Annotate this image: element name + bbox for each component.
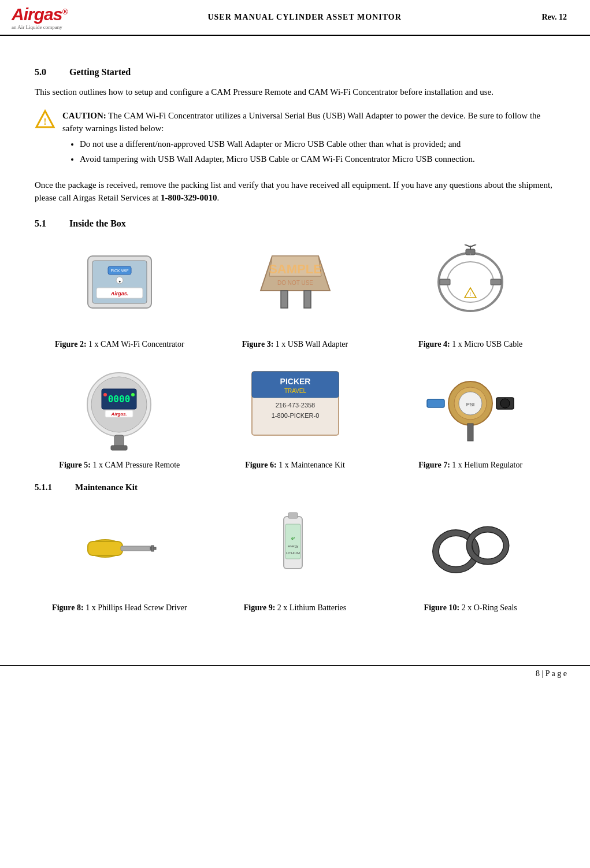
svg-text:SAMPLE: SAMPLE	[269, 262, 322, 276]
svg-rect-50	[467, 424, 473, 441]
svg-text:DO NOT USE: DO NOT USE	[277, 280, 313, 286]
figure-9-caption: Figure 9: 2 x Lithium Batteries	[244, 602, 346, 614]
figure-4: ! Figure 4: 1 x Micro USB Cable	[385, 240, 555, 350]
svg-text:PICK WIF: PICK WIF	[110, 269, 128, 273]
document-title: USER MANUAL CYLINDER ASSET MONITOR	[207, 13, 401, 22]
page-header: Airgas® an Air Liquide company USER MANU…	[0, 0, 590, 36]
section-5-1-1-title: Maintenance Kit	[75, 483, 138, 492]
svg-rect-23	[491, 279, 501, 285]
svg-rect-47	[427, 399, 444, 407]
figure-7-img: PSI	[418, 361, 522, 454]
svg-text:Airgas.: Airgas.	[110, 291, 129, 296]
phone-number: 1-800-329-0010	[161, 193, 217, 202]
body2-text: Once the package is received, remove the…	[35, 180, 552, 203]
caution-item-1: Do not use a different/non-approved USB …	[80, 138, 555, 151]
svg-rect-12	[281, 291, 288, 308]
figure-7: PSI Figure 7: 1 x Helium Regulator	[385, 361, 555, 471]
page-footer: 8 | P a g e	[0, 665, 590, 682]
svg-rect-36	[111, 446, 127, 450]
svg-point-34	[131, 393, 135, 396]
svg-text:0000: 0000	[108, 394, 131, 405]
airgas-wordmark: Airgas®	[12, 6, 68, 24]
figures-row-3: Figure 8: 1 x Phillips Head Screw Driver…	[35, 504, 555, 614]
figure-7-caption: Figure 7: 1 x Helium Regulator	[418, 459, 522, 471]
svg-rect-57	[288, 513, 298, 518]
svg-text:●: ●	[118, 279, 121, 284]
page-number: 8 | P a g e	[536, 669, 567, 678]
figure-2: Airgas. PICK WIF ● Figure 2: 1 x CAM Wi-…	[35, 240, 205, 350]
caution-content: CAUTION: The CAM Wi-Fi Concentrator util…	[62, 109, 555, 168]
logo-subtitle: an Air Liquide company	[12, 24, 62, 30]
figure-9-img: e² energy LITHIUM	[243, 504, 347, 596]
svg-point-33	[103, 393, 107, 396]
figure-8-caption: Figure 8: 1 x Phillips Head Screw Driver	[52, 602, 187, 614]
svg-rect-52	[88, 541, 123, 555]
section-5-body2: Once the package is received, remove the…	[35, 179, 555, 205]
company-logo: Airgas® an Air Liquide company	[12, 5, 68, 30]
logo-airgas-text: Airgas®	[12, 5, 68, 24]
section-5-body1: This section outlines how to setup and c…	[35, 86, 555, 99]
caution-icon: !	[35, 109, 55, 134]
figure-10: Figure 10: 2 x O-Ring Seals	[385, 504, 555, 614]
figure-2-img: Airgas. PICK WIF ●	[68, 240, 172, 333]
section-5-heading: 5.0 Getting Started	[35, 67, 555, 77]
figures-row-1: Airgas. PICK WIF ● Figure 2: 1 x CAM Wi-…	[35, 240, 555, 350]
svg-text:Airgas.: Airgas.	[111, 411, 127, 417]
figure-5: 0000 Airgas. Figure 5: 1 x CAM Pressure …	[35, 361, 205, 471]
figure-3-img: SAMPLE DO NOT USE	[243, 240, 347, 333]
figure-6-caption: Figure 6: 1 x Maintenance Kit	[245, 459, 345, 471]
svg-text:PSI: PSI	[466, 402, 475, 407]
svg-text:e²: e²	[291, 536, 295, 540]
section-5-1-1-num: 5.1.1	[35, 483, 75, 492]
svg-rect-55	[151, 546, 154, 551]
svg-text:!: !	[43, 117, 46, 127]
figure-10-img	[418, 504, 522, 596]
figure-3: SAMPLE DO NOT USE Figure 3: 1 x USB Wall…	[210, 240, 380, 350]
caution-item-2: Avoid tampering with USB Wall Adapter, M…	[80, 153, 555, 166]
svg-text:216-473-2358: 216-473-2358	[275, 402, 315, 409]
svg-point-49	[500, 399, 510, 408]
revision-label: Rev. 12	[541, 13, 567, 22]
figure-4-caption: Figure 4: 1 x Micro USB Cable	[418, 339, 522, 350]
svg-text:!: !	[470, 291, 472, 297]
svg-rect-53	[121, 546, 153, 551]
figure-5-img: 0000 Airgas.	[68, 361, 172, 454]
svg-line-22	[470, 244, 476, 247]
section-5-1-1-heading: 5.1.1 Maintenance Kit	[35, 483, 555, 492]
figure-5-caption: Figure 5: 1 x CAM Pressure Remote	[59, 459, 180, 471]
page-content: 5.0 Getting Started This section outline…	[0, 36, 590, 642]
section-5-1-num: 5.1	[35, 218, 69, 229]
figure-8: Figure 8: 1 x Phillips Head Screw Driver	[35, 504, 205, 614]
figure-10-caption: Figure 10: 2 x O-Ring Seals	[424, 602, 517, 614]
svg-text:PICKER: PICKER	[280, 377, 310, 386]
caution-label: CAUTION:	[62, 111, 106, 120]
figure-8-img	[68, 504, 172, 596]
figure-2-caption: Figure 2: 1 x CAM Wi-Fi Concentrator	[55, 339, 184, 350]
svg-text:TRAVEL: TRAVEL	[284, 388, 306, 394]
svg-text:LITHIUM: LITHIUM	[286, 551, 300, 555]
figures-row-2: 0000 Airgas. Figure 5: 1 x CAM Pressure …	[35, 361, 555, 471]
svg-text:1-800-PICKER-0: 1-800-PICKER-0	[271, 412, 319, 419]
section-5-num: 5.0	[35, 67, 69, 77]
section-5-1-heading: 5.1 Inside the Box	[35, 218, 555, 229]
svg-rect-24	[440, 279, 450, 285]
svg-rect-13	[304, 291, 311, 308]
figure-3-caption: Figure 3: 1 x USB Wall Adapter	[242, 339, 348, 350]
caution-list: Do not use a different/non-approved USB …	[80, 138, 555, 166]
figure-9: e² energy LITHIUM Figure 9: 2 x Lithium …	[210, 504, 380, 614]
figure-6-img: PICKER TRAVEL 216-473-2358 1-800-PICKER-…	[243, 361, 347, 454]
figure-6: PICKER TRAVEL 216-473-2358 1-800-PICKER-…	[210, 361, 380, 471]
caution-box: ! CAUTION: The CAM Wi-Fi Concentrator ut…	[35, 109, 555, 168]
svg-line-21	[465, 244, 470, 247]
section-5-1-title: Inside the Box	[69, 218, 126, 229]
svg-text:energy: energy	[287, 544, 298, 548]
caution-body: The CAM Wi-Fi Concentrator utilizes a Un…	[62, 111, 540, 133]
section-5-title: Getting Started	[69, 67, 131, 77]
figure-4-img: !	[418, 240, 522, 333]
